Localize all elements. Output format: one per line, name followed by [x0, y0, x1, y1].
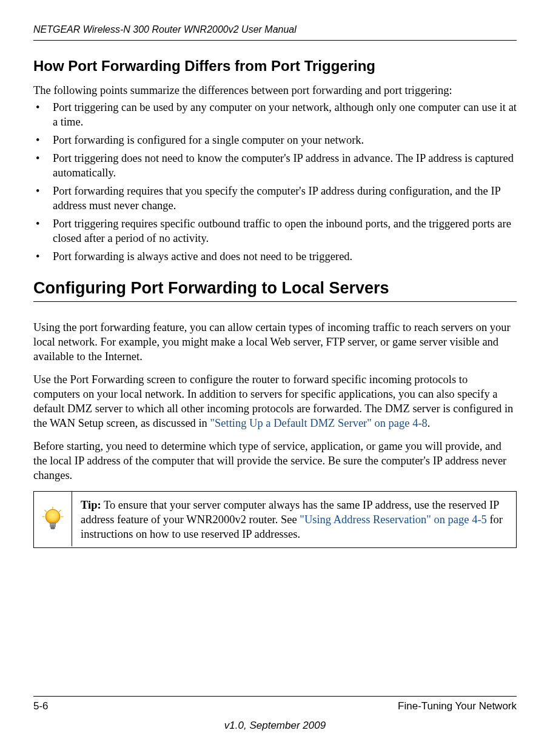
- tip-icon-cell: [34, 492, 72, 546]
- version-text: v1.0, September 2009: [33, 720, 517, 732]
- section-heading-port-diff: How Port Forwarding Differs from Port Tr…: [33, 58, 517, 75]
- list-item: Port triggering requires specific outbou…: [33, 216, 517, 246]
- svg-rect-3: [51, 527, 55, 529]
- svg-line-6: [59, 510, 61, 512]
- list-item: Port triggering can be used by any compu…: [33, 100, 517, 129]
- tip-text: Tip: To ensure that your server computer…: [72, 492, 516, 547]
- list-item: Port forwarding is always active and doe…: [33, 249, 517, 264]
- svg-rect-2: [50, 525, 55, 527]
- cross-reference-link[interactable]: "Setting Up a Default DMZ Server" on pag…: [210, 417, 428, 429]
- tip-label: Tip:: [81, 499, 101, 511]
- list-item: Port forwarding requires that you specif…: [33, 184, 517, 213]
- svg-line-5: [45, 510, 47, 512]
- svg-point-0: [45, 509, 60, 524]
- cross-reference-link[interactable]: "Using Address Reservation" on page 4-5: [300, 513, 486, 526]
- page-number: 5-6: [33, 700, 49, 712]
- svg-rect-1: [50, 523, 55, 526]
- page-footer: 5-6 Fine-Tuning Your Network v1.0, Septe…: [33, 696, 517, 732]
- chapter-title: Fine-Tuning Your Network: [398, 700, 517, 712]
- lightbulb-icon: [40, 506, 65, 532]
- tip-box: Tip: To ensure that your server computer…: [33, 491, 517, 548]
- list-item: Port triggering does not need to know th…: [33, 151, 517, 180]
- body-paragraph: Use the Port Forwarding screen to config…: [33, 372, 517, 430]
- intro-paragraph: The following points summarize the diffe…: [33, 83, 517, 98]
- body-text: .: [428, 417, 431, 429]
- body-paragraph: Using the port forwarding feature, you c…: [33, 320, 517, 364]
- section-heading-configuring: Configuring Port Forwarding to Local Ser…: [33, 279, 517, 298]
- section-divider: [33, 301, 517, 302]
- manual-title: NETGEAR Wireless-N 300 Router WNR2000v2 …: [33, 24, 517, 35]
- body-paragraph: Before starting, you need to determine w…: [33, 439, 517, 483]
- footer-divider: [33, 696, 517, 697]
- list-item: Port forwarding is configured for a sing…: [33, 133, 517, 147]
- bullet-list: Port triggering can be used by any compu…: [33, 100, 517, 264]
- header-divider: [33, 40, 517, 41]
